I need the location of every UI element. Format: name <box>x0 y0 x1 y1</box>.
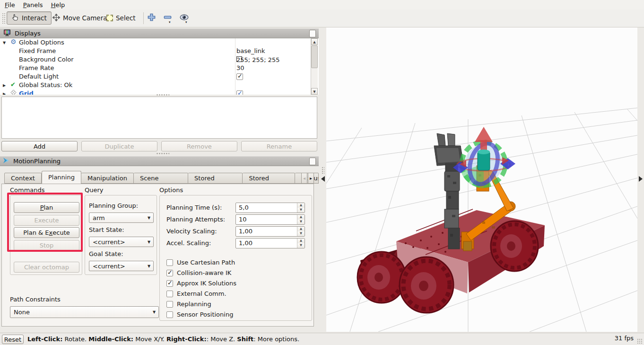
approx-ik-solutions-option[interactable]: Approx IK Solutions <box>166 280 236 287</box>
window-resize-grip[interactable] <box>637 338 643 344</box>
collapse-right-arrow-icon[interactable] <box>639 176 643 182</box>
use-cartesian-path-checkbox[interactable] <box>166 259 173 266</box>
3d-viewport[interactable] <box>326 27 637 332</box>
splitter-grip[interactable] <box>322 167 324 174</box>
default-light-checkbox[interactable] <box>236 73 243 80</box>
scrollbar-thumb[interactable] <box>311 45 318 68</box>
zoom-in-tool-icon[interactable] <box>147 13 156 23</box>
use-cartesian-path-option[interactable]: Use Cartesian Path <box>166 259 235 266</box>
replanning-checkbox[interactable] <box>166 301 173 308</box>
tree-row-global-status[interactable]: ▶ ✔ Global Status: Ok <box>0 81 310 89</box>
tree-row-frame-rate[interactable]: Frame Rate 30 <box>0 64 310 72</box>
collision-aware-ik-checkbox[interactable] <box>166 270 173 276</box>
hand-cursor-icon <box>11 14 19 23</box>
scroll-down-icon[interactable]: ▼ <box>311 88 318 95</box>
plan-button[interactable]: Plan <box>14 202 79 213</box>
displays-panel-float-button[interactable] <box>309 30 316 37</box>
expander-closed-icon[interactable]: ▶ <box>3 92 6 95</box>
plan-and-execute-button[interactable]: Plan & Execute <box>14 227 79 238</box>
planning-group-select[interactable]: arm ▼ <box>89 212 154 223</box>
accel-scaling-spinner[interactable]: 1,00 ▲▼ <box>235 238 305 248</box>
status-bar: Reset Left-Click: Rotate. Middle-Click: … <box>0 333 644 345</box>
menu-help[interactable]: Help <box>51 1 65 9</box>
checkbox-label: Use Cartesian Path <box>177 259 235 266</box>
sensor-positioning-checkbox[interactable] <box>166 311 173 318</box>
spin-down-icon[interactable]: ▼ <box>297 220 305 224</box>
frame-rate-value[interactable]: 30 <box>236 64 244 71</box>
duplicate-display-button[interactable]: Duplicate <box>81 141 157 151</box>
clear-octomap-button[interactable]: Clear octomap <box>14 262 79 273</box>
start-state-label: Start State: <box>89 226 124 233</box>
tab-planning[interactable]: Planning <box>42 171 81 184</box>
tab-context[interactable]: Context <box>4 173 42 184</box>
grid-enabled-checkbox[interactable] <box>236 90 243 95</box>
external-comm-checkbox[interactable] <box>166 291 173 297</box>
path-constraints-select[interactable]: None ▼ <box>10 306 159 318</box>
displays-tree-scrollbar[interactable]: ▲ ▼ <box>311 38 318 95</box>
stop-button[interactable]: Stop <box>14 240 79 251</box>
approx-ik-solutions-checkbox[interactable] <box>166 280 173 287</box>
rover-wheel <box>357 252 406 303</box>
toolbar: Interact Move Camera Select ▾ ▾ <box>0 9 644 27</box>
rename-display-button[interactable]: Rename <box>241 141 317 151</box>
tree-row-grid[interactable]: ▶ Grid <box>0 89 310 95</box>
tab-stored-states[interactable]: Stored States <box>243 173 295 184</box>
reset-button[interactable]: Reset <box>2 335 24 344</box>
sensor-positioning-option[interactable]: Sensor Positioning <box>166 311 233 318</box>
replanning-option[interactable]: Replanning <box>166 301 211 308</box>
spin-down-icon[interactable]: ▼ <box>297 231 305 236</box>
interactive-marker[interactable] <box>453 127 515 190</box>
external-comm-option[interactable]: External Comm. <box>166 290 226 297</box>
planning-time-spinner[interactable]: 5,0 ▲▼ <box>235 203 305 213</box>
expander-open-icon[interactable]: ▼ <box>3 41 6 45</box>
toolbar-drag-grip[interactable] <box>2 13 6 24</box>
view-eye-dropdown-arrow[interactable]: ▾ <box>185 20 187 24</box>
tab-scroll-right-icon[interactable]: ▸ <box>308 173 314 184</box>
execute-button[interactable]: Execute <box>14 215 79 226</box>
scroll-up-icon[interactable]: ▲ <box>311 38 318 45</box>
motion-planning-float-button[interactable] <box>309 158 316 165</box>
tree-row-label: Fixed Frame <box>19 47 56 54</box>
chevron-down-icon: ▼ <box>145 240 153 244</box>
collapse-left-arrow-icon[interactable] <box>321 176 325 182</box>
remove-display-button[interactable]: Remove <box>161 141 237 151</box>
tree-row-label: Default Light <box>19 73 59 80</box>
spin-up-icon[interactable]: ▲ <box>297 203 305 208</box>
tab-scene-objects[interactable]: Scene Objects <box>134 173 188 184</box>
collision-aware-ik-option[interactable]: Collision-aware IK <box>166 269 231 276</box>
expander-closed-icon[interactable]: ▶ <box>3 83 6 88</box>
tree-row-default-light[interactable]: Default Light <box>0 72 310 81</box>
start-state-select[interactable]: <current> ▼ <box>89 237 154 247</box>
zoom-out-dropdown-arrow[interactable]: ▾ <box>169 20 171 24</box>
spin-down-icon[interactable]: ▼ <box>297 208 305 212</box>
view-eye-tool-icon[interactable] <box>180 13 189 23</box>
fixed-frame-value[interactable]: base_link <box>236 47 265 54</box>
spin-up-icon[interactable]: ▲ <box>297 215 305 220</box>
chevron-down-icon: ▼ <box>150 310 158 314</box>
goal-state-select[interactable]: <current> ▼ <box>89 261 154 271</box>
planning-attempts-spinner[interactable]: 10 ▲▼ <box>235 214 305 225</box>
menu-file[interactable]: File <box>5 1 15 9</box>
interact-tool-button[interactable]: Interact <box>7 11 52 25</box>
menu-panels[interactable]: Panels <box>23 1 43 9</box>
splitter-handle[interactable] <box>156 94 169 96</box>
select-tool-label: Select <box>116 14 136 22</box>
select-tool-button[interactable]: Select <box>102 11 140 25</box>
tab-scroll-left-icon[interactable]: ◂ <box>301 173 307 184</box>
zoom-out-tool-icon[interactable] <box>163 13 172 23</box>
splitter-handle[interactable] <box>156 152 169 155</box>
tab-stored-scenes[interactable]: Stored Scenes <box>188 173 243 184</box>
spin-up-icon[interactable]: ▲ <box>297 227 305 231</box>
planning-time-label: Planning Time (s): <box>166 204 222 211</box>
velocity-scaling-spinner[interactable]: 1,00 ▲▼ <box>235 226 305 237</box>
spin-down-icon[interactable]: ▼ <box>297 243 305 248</box>
tree-row-background-color[interactable]: Background Color 255; 255; 255 <box>0 55 310 64</box>
tab-manipulation[interactable]: Manipulation <box>81 173 134 184</box>
spin-up-icon[interactable]: ▲ <box>297 239 305 243</box>
query-heading: Query <box>85 186 104 194</box>
start-state-value: <current> <box>89 239 145 246</box>
add-display-button[interactable]: Add <box>1 141 78 151</box>
tree-row-global-options[interactable]: ▼ ⚙ Global Options <box>0 38 310 47</box>
status-ok-check-icon: ✔ <box>10 81 16 88</box>
tree-row-fixed-frame[interactable]: Fixed Frame base_link <box>0 47 310 55</box>
